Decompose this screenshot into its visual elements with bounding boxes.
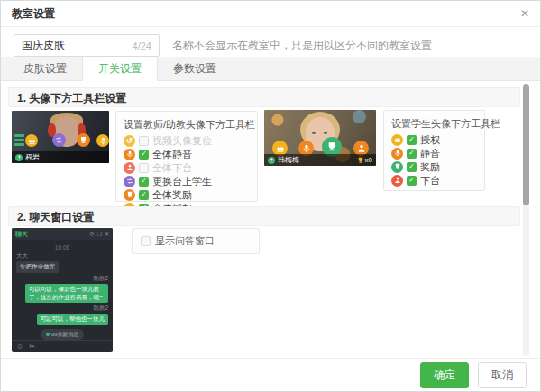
swap-student-icon bbox=[124, 176, 135, 187]
toolbar-option-row: ✓ 静音 bbox=[391, 147, 477, 160]
stage-down-icon bbox=[124, 162, 135, 174]
new-messages-pill: 99条新消息 bbox=[41, 329, 85, 340]
teacher-panel-title: 设置教师/助教头像下方工具栏 bbox=[124, 118, 250, 132]
name-input-box: 4/24 bbox=[14, 34, 160, 57]
emoji-icon: ☺ bbox=[16, 342, 23, 351]
mic-icon bbox=[96, 134, 109, 147]
close-icon[interactable]: ✕ bbox=[520, 7, 529, 20]
popout-icon: ❐ bbox=[97, 231, 102, 237]
checkbox[interactable]: ✓ bbox=[407, 149, 417, 159]
tab-parameter-settings[interactable]: 参数设置 bbox=[158, 57, 232, 80]
trophy-icon bbox=[77, 133, 90, 147]
checkbox[interactable]: ✓ bbox=[407, 162, 417, 172]
student-name: 韩梅梅 bbox=[278, 155, 299, 165]
chat-sender: 助教2 bbox=[16, 275, 108, 283]
checkbox[interactable]: ✓ bbox=[407, 135, 417, 145]
checkbox[interactable]: ✓ bbox=[141, 236, 151, 246]
checkbox[interactable]: ✓ bbox=[139, 163, 149, 173]
checkbox[interactable]: ✓ bbox=[139, 150, 149, 160]
menu-icon bbox=[14, 134, 24, 146]
student-eye bbox=[312, 132, 316, 134]
section-toolbar-heading: 1. 头像下方工具栏设置 bbox=[8, 87, 520, 107]
toolbar-option-row: ✓ 授权 bbox=[391, 133, 477, 146]
chat-bubble: 可以可以，帮他也一块儿 bbox=[37, 314, 109, 325]
chat-toolbar: ☺ ✂ bbox=[12, 340, 113, 352]
chat-bubble: 先把作业做完 bbox=[16, 261, 59, 273]
tab-switch-settings[interactable]: 开关设置 bbox=[82, 57, 158, 81]
chat-body: 10:06 大大 先把作业做完 助教2 可以可以，课后也一块儿教了，这次的作业容… bbox=[12, 240, 113, 342]
chat-timestamp: 10:06 bbox=[16, 244, 108, 251]
trophy-counter: x0 bbox=[357, 156, 372, 164]
checkbox[interactable]: ✓ bbox=[407, 176, 417, 186]
dialog-footer: 确定 取消 bbox=[1, 358, 540, 391]
new-messages-label: 99条新消息 bbox=[51, 331, 79, 339]
toolbar-option-row: ✓ 全体静音 bbox=[124, 148, 250, 160]
teacher-name: 程岩 bbox=[25, 152, 40, 162]
cancel-button[interactable]: 取消 bbox=[478, 362, 527, 388]
option-label: 全体下台 bbox=[152, 161, 192, 175]
trophy-icon bbox=[124, 189, 135, 201]
close-icon: ✕ bbox=[105, 231, 109, 237]
chat-bubble: 可以可以，课后也一块儿教了，这次的作业容易看，嗯~ bbox=[25, 284, 108, 304]
student-name-bar: 韩梅梅 x0 bbox=[264, 154, 376, 166]
refresh-icon: ⟳ bbox=[90, 231, 95, 237]
mic-icon bbox=[391, 148, 403, 160]
stage-down-icon bbox=[391, 175, 403, 187]
trophy-icon bbox=[391, 161, 403, 173]
checkbox[interactable]: ✓ bbox=[139, 177, 149, 187]
toolbar-option-row: ✓ 全体下台 bbox=[124, 161, 250, 174]
option-label: 下台 bbox=[420, 174, 440, 187]
teacher-toolbar-panel: 设置教师/助教头像下方工具栏 ↺ ✓ 视频头像复位 ✓ 全体静音 ✓ 全体下台 … bbox=[115, 111, 258, 202]
toolbar-option-row: ✓ 更换台上学生 bbox=[124, 175, 250, 187]
toolbar-option-row: ✓ 奖励 bbox=[391, 160, 477, 173]
option-label: 授权 bbox=[420, 133, 440, 147]
name-input[interactable] bbox=[22, 40, 129, 52]
scissors-icon: ✂ bbox=[29, 342, 35, 351]
toolbar-option-row: ✓ 全体奖励 bbox=[124, 188, 250, 201]
confirm-button[interactable]: 确定 bbox=[420, 362, 469, 388]
swap-student-icon bbox=[52, 133, 66, 147]
crown-icon bbox=[391, 134, 403, 146]
dialog-title: 教室设置 bbox=[12, 6, 55, 22]
toolbar-option-row: ✓ 下台 bbox=[391, 174, 477, 187]
char-counter: 4/24 bbox=[133, 41, 151, 51]
tab-bar: 皮肤设置 开关设置 参数设置 bbox=[1, 57, 540, 81]
name-hint: 名称不会显示在教室中，只是用以区分不同的教室设置 bbox=[172, 38, 432, 53]
chat-tab-label: 聊天 bbox=[15, 230, 28, 239]
qa-window-label: 显示问答窗口 bbox=[155, 234, 215, 248]
student-eye bbox=[324, 132, 327, 134]
teacher-name-bar: 程岩 bbox=[12, 151, 109, 163]
chat-window-preview: 聊天 ⟳ ❐ ✕ 10:06 大大 先把作业做完 助教2 可以可以，课后也一块儿… bbox=[12, 228, 113, 352]
mic-active-icon bbox=[268, 157, 275, 164]
section-chat-heading: 2. 聊天窗口设置 bbox=[8, 206, 520, 226]
chat-sender: 助教2 bbox=[16, 305, 108, 313]
option-label: 全体静音 bbox=[152, 148, 192, 161]
trophy-count-value: x0 bbox=[365, 156, 372, 164]
mic-active-icon bbox=[15, 154, 23, 161]
student-toolbar-panel: 设置学生头像下方工具栏 ✓ 授权 ✓ 静音 ✓ 奖励 bbox=[383, 110, 485, 191]
dialog-header: 教室设置 ✕ bbox=[1, 1, 540, 27]
reset-icon: ↺ bbox=[124, 135, 135, 147]
tab-skin-settings[interactable]: 皮肤设置 bbox=[8, 57, 82, 80]
option-label: 更换台上学生 bbox=[152, 175, 212, 188]
option-label: 全体奖励 bbox=[152, 188, 192, 202]
classroom-settings-dialog: 教室设置 ✕ 4/24 名称不会显示在教室中，只是用以区分不同的教室设置 皮肤设… bbox=[0, 0, 541, 392]
new-message-dot-icon bbox=[46, 333, 50, 336]
checkbox[interactable]: ✓ bbox=[139, 136, 149, 146]
scrollbar-thumb[interactable] bbox=[523, 84, 529, 205]
teacher-preview-image: 程岩 bbox=[12, 111, 109, 163]
chat-sender: 大大 bbox=[16, 252, 108, 260]
name-row: 4/24 名称不会显示在教室中，只是用以区分不同的教室设置 bbox=[14, 34, 527, 57]
trophy-icon bbox=[357, 157, 364, 164]
scrollbar-track[interactable] bbox=[523, 84, 529, 356]
chat-header: 聊天 ⟳ ❐ ✕ bbox=[12, 228, 113, 240]
checkbox[interactable]: ✓ bbox=[139, 190, 149, 200]
mic-icon bbox=[124, 149, 135, 160]
toolbar-option-row: ↺ ✓ 视频头像复位 bbox=[124, 134, 250, 147]
student-panel-title: 设置学生头像下方工具栏 bbox=[391, 117, 477, 131]
student-preview-image: 韩梅梅 x0 bbox=[264, 110, 376, 166]
option-label: 视频头像复位 bbox=[152, 134, 212, 148]
crown-icon bbox=[25, 134, 38, 147]
qa-window-panel: ✓ 显示问答窗口 bbox=[132, 228, 260, 254]
option-label: 奖励 bbox=[420, 160, 440, 174]
